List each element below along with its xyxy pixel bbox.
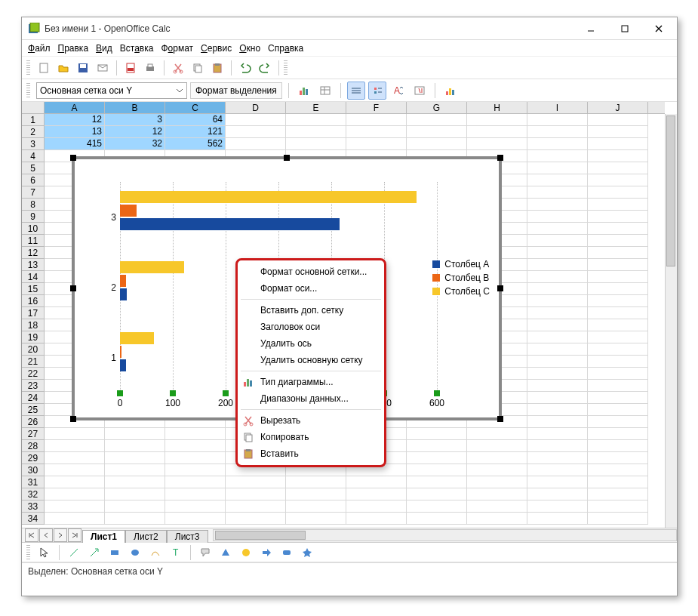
- axis-handle[interactable]: [223, 390, 229, 396]
- axis-handle[interactable]: [170, 390, 176, 396]
- ellipse-tool-button[interactable]: [126, 544, 144, 562]
- row-header[interactable]: 22: [22, 368, 44, 380]
- row-header[interactable]: 26: [22, 416, 44, 428]
- open-button[interactable]: [54, 59, 72, 77]
- row-header[interactable]: 21: [22, 356, 44, 368]
- row-header[interactable]: 17: [22, 307, 44, 319]
- data-table-button[interactable]: [316, 82, 334, 100]
- resize-handle[interactable]: [497, 155, 503, 161]
- menu-file[interactable]: Файл: [28, 43, 51, 54]
- cell-A1[interactable]: 12: [45, 114, 105, 126]
- row-header[interactable]: 31: [22, 476, 44, 488]
- row-header[interactable]: 7: [22, 186, 44, 199]
- arrow-tool-button[interactable]: [85, 544, 103, 562]
- callout-tool-button[interactable]: [196, 544, 214, 562]
- ctx-format-main-grid[interactable]: Формат основной сетки...: [238, 263, 384, 280]
- minimize-button[interactable]: [573, 18, 607, 39]
- basic-shapes-button[interactable]: [217, 544, 235, 562]
- col-header-C[interactable]: C: [165, 102, 226, 113]
- email-button[interactable]: [94, 59, 112, 77]
- row-header[interactable]: 1: [22, 114, 44, 126]
- text-tool-button[interactable]: T: [167, 544, 185, 562]
- row-header[interactable]: 4: [22, 150, 44, 162]
- chart-bar[interactable]: [120, 191, 417, 203]
- paste-button[interactable]: [208, 59, 226, 77]
- cell-C3[interactable]: 562: [165, 138, 226, 150]
- chart-bar[interactable]: [120, 332, 154, 344]
- ctx-axis-title[interactable]: Заголовок оси: [238, 319, 384, 335]
- col-header-E[interactable]: E: [286, 102, 346, 113]
- cell-B3[interactable]: 32: [105, 138, 165, 150]
- col-header-I[interactable]: I: [527, 102, 588, 113]
- maximize-button[interactable]: [607, 18, 641, 39]
- ctx-cut[interactable]: Вырезать: [238, 412, 384, 429]
- row-header[interactable]: 27: [22, 428, 44, 440]
- row-header[interactable]: 2: [22, 126, 44, 138]
- row-header[interactable]: 33: [22, 500, 44, 513]
- cut-button[interactable]: [169, 59, 187, 77]
- chart-bar[interactable]: [120, 346, 121, 358]
- row-header[interactable]: 8: [22, 199, 44, 211]
- menu-format[interactable]: Формат: [161, 43, 193, 54]
- row-header[interactable]: 19: [22, 331, 44, 343]
- ctx-copy[interactable]: Копировать: [238, 429, 384, 445]
- menu-help[interactable]: Справка: [268, 43, 303, 54]
- export-pdf-button[interactable]: [121, 59, 140, 77]
- chart-legend[interactable]: Столбец A Столбец B Столбец C: [432, 257, 490, 298]
- chart-bar[interactable]: [120, 218, 340, 230]
- vertical-scrollbar[interactable]: [665, 114, 677, 528]
- chart-bar[interactable]: [120, 261, 184, 273]
- row-header[interactable]: 11: [22, 235, 44, 247]
- ctx-paste[interactable]: Вставить: [238, 445, 384, 462]
- chart-type-button[interactable]: [295, 82, 313, 100]
- menu-window[interactable]: Окно: [239, 43, 260, 54]
- redo-button[interactable]: [256, 59, 274, 77]
- row-header[interactable]: 32: [22, 488, 44, 500]
- save-button[interactable]: [74, 59, 92, 77]
- row-header[interactable]: 15: [22, 283, 44, 295]
- chart-wizard-button[interactable]: [441, 82, 460, 100]
- row-header[interactable]: 3: [22, 138, 44, 150]
- tab-nav-prev[interactable]: [39, 528, 53, 542]
- row-header[interactable]: 10: [22, 223, 44, 235]
- tab-nav-last[interactable]: [68, 528, 81, 542]
- col-header-G[interactable]: G: [407, 102, 467, 113]
- hgrid-button[interactable]: [347, 82, 365, 100]
- rect-tool-button[interactable]: [106, 544, 124, 562]
- symbol-shapes-button[interactable]: [237, 544, 255, 562]
- stars-button[interactable]: [298, 544, 316, 562]
- copy-button[interactable]: [189, 59, 207, 77]
- line-tool-button[interactable]: [65, 544, 83, 562]
- axis-handle[interactable]: [434, 390, 440, 396]
- chart-bar[interactable]: [120, 275, 126, 287]
- text-scale-button[interactable]: A: [389, 82, 407, 100]
- ctx-delete-axis[interactable]: Удалить ось: [238, 335, 384, 352]
- menu-view[interactable]: Вид: [96, 43, 112, 54]
- close-button[interactable]: [641, 18, 675, 39]
- print-button[interactable]: [141, 59, 159, 77]
- row-header[interactable]: 25: [22, 404, 44, 416]
- row-header[interactable]: 29: [22, 452, 44, 464]
- horizontal-scrollbar[interactable]: [213, 529, 677, 541]
- cell-A3[interactable]: 415: [45, 138, 105, 150]
- row-header[interactable]: 28: [22, 440, 44, 452]
- scrollbar-thumb[interactable]: [666, 116, 675, 266]
- freeform-tool-button[interactable]: [146, 544, 165, 562]
- cell-A2[interactable]: 13: [45, 126, 105, 138]
- tab-nav-first[interactable]: [25, 528, 38, 542]
- row-header[interactable]: 9: [22, 211, 44, 223]
- row-header[interactable]: 16: [22, 295, 44, 307]
- resize-handle[interactable]: [70, 155, 76, 161]
- legend-button[interactable]: [368, 82, 386, 100]
- element-selector[interactable]: Основная сетка оси Y: [36, 82, 187, 99]
- col-header-H[interactable]: H: [467, 102, 527, 113]
- col-header-D[interactable]: D: [226, 102, 286, 113]
- ctx-chart-type[interactable]: Тип диаграммы...: [238, 374, 384, 390]
- resize-handle[interactable]: [497, 416, 503, 422]
- row-header[interactable]: 30: [22, 464, 44, 476]
- select-tool-button[interactable]: [35, 544, 54, 562]
- ctx-insert-minor-grid[interactable]: Вставить доп. сетку: [238, 302, 384, 319]
- col-header-A[interactable]: A: [45, 102, 105, 113]
- flowchart-button[interactable]: [278, 544, 296, 562]
- sheet-tab-1[interactable]: Лист1: [82, 530, 125, 543]
